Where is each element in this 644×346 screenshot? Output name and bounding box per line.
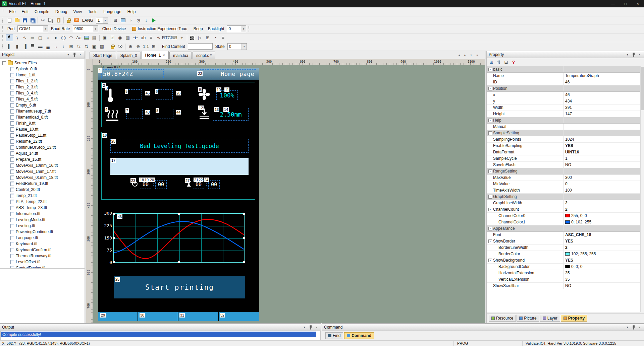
remaining-minutes-widget[interactable]: 00 <box>208 180 220 189</box>
tab-layer[interactable]: Layer <box>540 315 560 322</box>
align-bottom-icon[interactable]: ▄ <box>44 43 52 50</box>
equal-hspace-icon[interactable]: ⇆ <box>75 43 83 50</box>
property-row[interactable]: -ShowBackgroundYES <box>487 257 641 264</box>
close-tab-icon[interactable]: × <box>163 53 165 57</box>
visibility-icon[interactable] <box>116 43 124 50</box>
elapsed-minutes-widget[interactable]: 00 <box>155 180 167 189</box>
output-message-row[interactable]: Compile successfully! <box>1 332 316 337</box>
toolbar-grip[interactable] <box>2 35 4 41</box>
close-tab-icon[interactable]: × <box>475 53 480 58</box>
align-left-icon[interactable]: ▌ <box>6 43 13 50</box>
tree-item[interactable]: Control_20.tft <box>0 187 85 193</box>
state-combo[interactable]: 0▾ <box>227 43 247 50</box>
gauge-widget-icon[interactable]: ◔ <box>212 34 219 41</box>
baud-combo[interactable]: 9600▾ <box>73 25 98 32</box>
property-value[interactable]: 35 <box>564 270 641 276</box>
send-back-icon[interactable]: ▩ <box>98 43 106 50</box>
property-row[interactable]: ChannelColor0255; 0; 0 <box>487 213 641 219</box>
chevron-down-icon[interactable]: ▾ <box>66 52 71 57</box>
filled-circle-tool-icon[interactable]: ● <box>52 34 59 41</box>
temperature-graph-widget[interactable] <box>113 213 245 263</box>
property-value[interactable]: 100 <box>564 187 641 193</box>
property-value[interactable]: 0; 102; 255 <box>564 219 641 225</box>
tree-item[interactable]: MoveAxis_01mm_18.tft <box>0 175 85 181</box>
tree-item[interactable]: PoweringContinue.tft <box>0 229 85 235</box>
tab-command[interactable]: Command <box>344 332 374 339</box>
design-canvas[interactable]: Screen ID:1 50.8F24Z Home page <box>93 65 485 323</box>
checkbox-widget-icon[interactable]: ☑ <box>109 34 116 41</box>
tree-item[interactable]: Files_2_3.tft <box>0 84 85 90</box>
property-scrollbar[interactable] <box>640 66 644 312</box>
align-top-icon[interactable]: ▀ <box>29 43 36 50</box>
tree-item[interactable]: MoveAxis_10mm_16.tft <box>0 162 85 168</box>
tree-item[interactable]: Leveling.tft <box>0 223 85 229</box>
tab-find[interactable]: Find <box>325 332 343 339</box>
menu-item-compile[interactable]: Compile <box>32 8 52 15</box>
circle-tool-icon[interactable]: ○ <box>44 34 52 41</box>
menu-item-tools[interactable]: Tools <box>85 8 100 15</box>
scrollbar-thumb[interactable] <box>641 67 644 110</box>
property-value[interactable]: 0; 0; 0 <box>564 264 641 270</box>
property-value[interactable]: 2 <box>564 245 641 251</box>
table-widget-icon[interactable]: ⊞ <box>204 34 211 41</box>
open-project-icon[interactable] <box>13 17 21 24</box>
tft-screen[interactable]: 50.8F24Z Home page <box>98 68 259 321</box>
pin-icon[interactable] <box>308 325 313 330</box>
tree-item[interactable]: Files_4_5.tft <box>0 96 85 102</box>
tree-item[interactable]: Prepare_15.tft <box>0 156 85 162</box>
roundrect-tool-icon[interactable]: ▢ <box>37 34 44 41</box>
property-value[interactable]: NO <box>564 283 641 289</box>
property-value[interactable]: 147 <box>564 111 641 117</box>
resize-handle[interactable] <box>243 261 245 263</box>
start-printing-button-widget[interactable]: Start printing <box>114 276 245 298</box>
property-category[interactable]: -Position <box>487 85 641 92</box>
tree-item[interactable]: LevelOffset.tft <box>0 259 85 265</box>
instruction-touch-button[interactable]: Instruction Experience Touc <box>129 25 190 32</box>
tab-start-page[interactable]: Start Page <box>90 52 116 59</box>
align-middle-icon[interactable]: ▬ <box>37 43 44 50</box>
property-value[interactable]: 391 <box>564 105 641 111</box>
cut-icon[interactable]: ✂ <box>39 17 47 24</box>
property-value[interactable]: 255; 0; 0 <box>564 213 641 219</box>
close-panel-icon[interactable]: × <box>637 325 642 330</box>
property-value[interactable]: 434 <box>564 98 641 104</box>
property-value[interactable]: 2 <box>564 200 641 206</box>
tab-home_1[interactable]: Home_1× <box>142 51 169 59</box>
property-row[interactable]: ShowScrollbarNO <box>487 283 641 289</box>
property-value[interactable]: NO <box>564 162 641 168</box>
stopwatch-icon[interactable]: ◷ <box>135 17 142 24</box>
lock-icon[interactable] <box>65 17 72 24</box>
beep-button[interactable]: Beep <box>191 25 206 32</box>
simulator-icon[interactable] <box>119 17 127 24</box>
close-panel-icon[interactable]: × <box>314 325 319 330</box>
property-value[interactable]: TemperatureGraph <box>564 73 641 79</box>
property-category[interactable]: -RangeSetting <box>487 168 641 175</box>
categorized-view-icon[interactable]: ⊞ <box>488 59 495 66</box>
resize-handle[interactable] <box>243 237 245 239</box>
show-grid-icon[interactable]: ⊞ <box>150 43 157 50</box>
property-row[interactable]: Height147 <box>487 111 641 117</box>
tree-item[interactable]: KeyboardConfirm.tft <box>0 247 85 253</box>
pointer-tool-icon[interactable] <box>6 34 13 41</box>
property-row[interactable]: x46 <box>487 92 641 98</box>
property-row[interactable]: ID46 <box>487 79 641 85</box>
tree-item[interactable]: Filamentload_8.tft <box>0 114 85 120</box>
property-category[interactable]: -Appearance <box>487 225 641 232</box>
maximize-button[interactable]: □ <box>619 0 632 7</box>
menu-item-debug[interactable]: Debug <box>52 8 70 15</box>
align-right-icon[interactable]: ▐ <box>21 43 29 50</box>
chart-widget-icon[interactable]: ∿ <box>155 34 162 41</box>
close-button[interactable]: × <box>632 0 644 7</box>
resize-handle[interactable] <box>243 213 245 215</box>
tree-item[interactable]: Splash_0.tft <box>0 66 85 72</box>
resize-handle[interactable] <box>113 237 115 239</box>
status-text-widget[interactable]: 50.8F24Z <box>101 69 164 78</box>
close-device-button[interactable]: Close Device <box>100 25 129 32</box>
image-tool-icon[interactable] <box>83 34 90 41</box>
tree-item[interactable]: Home_1.tft <box>0 72 85 78</box>
property-row[interactable]: MinValue0 <box>487 181 641 187</box>
menu-item-file[interactable]: File <box>6 8 18 15</box>
zoom-out-icon[interactable]: ⊖ <box>135 43 142 50</box>
rtc-clock-icon[interactable]: ◔ <box>127 17 135 24</box>
video-widget-icon[interactable]: ▷ <box>196 34 204 41</box>
